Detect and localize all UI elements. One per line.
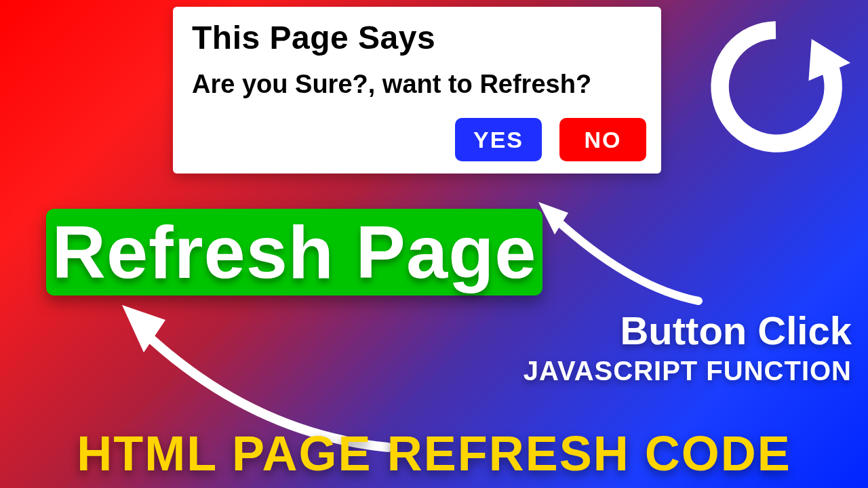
slide-stage: This Page Says Are you Sure?, want to Re… <box>0 0 868 488</box>
dialog-message: Are you Sure?, want to Refresh? <box>192 70 642 99</box>
annotation-button-click: Button Click <box>620 308 852 353</box>
refresh-icon <box>701 12 850 161</box>
pointer-arrow-bottom <box>90 278 401 447</box>
annotation-js-function: JAVASCRIPT FUNCTION <box>524 356 852 386</box>
no-button[interactable]: NO <box>559 118 646 161</box>
dialog-buttons: YES NO <box>455 118 646 161</box>
pointer-arrow-top <box>529 192 705 294</box>
yes-button[interactable]: YES <box>455 118 542 161</box>
confirm-dialog: This Page Says Are you Sure?, want to Re… <box>173 7 661 174</box>
bottom-title: HTML PAGE REFRESH CODE <box>77 426 791 481</box>
dialog-title: This Page Says <box>192 19 642 56</box>
